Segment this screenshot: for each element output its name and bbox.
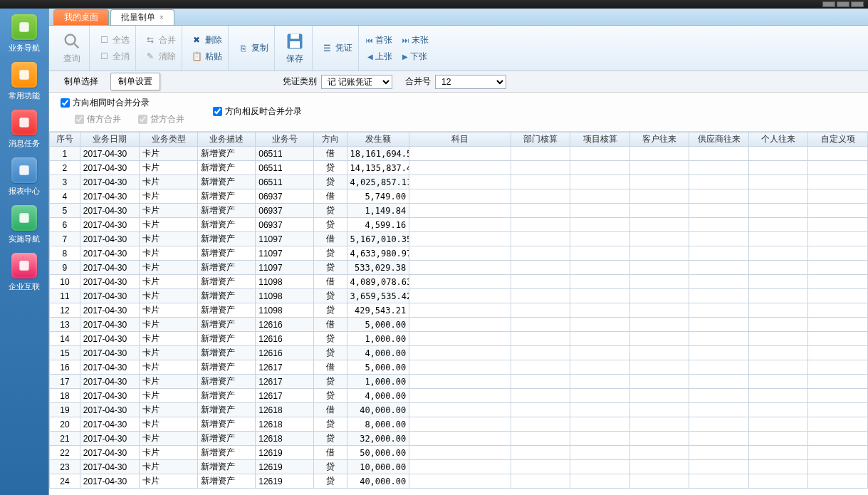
cell-input[interactable]: [808, 161, 868, 175]
cell-input[interactable]: [570, 474, 630, 489]
voucher-button[interactable]: ☰凭证: [320, 41, 354, 55]
cell-input[interactable]: [748, 232, 808, 246]
table-row[interactable]: 12017-04-30卡片新增资产06511借18,161,694.55: [50, 147, 868, 161]
cell-input[interactable]: [629, 403, 689, 417]
cell-input[interactable]: [689, 332, 749, 346]
cell-input[interactable]: [808, 147, 868, 161]
cell-input[interactable]: [409, 175, 511, 189]
close-button[interactable]: [851, 1, 864, 7]
cell-input[interactable]: [511, 161, 570, 175]
cell-input[interactable]: [808, 474, 868, 489]
table-row[interactable]: 92017-04-30卡片新增资产11097贷533,029.38: [50, 261, 868, 275]
nav-msg[interactable]: 消息任务: [9, 110, 40, 149]
cell-input[interactable]: [629, 218, 689, 232]
cell-input[interactable]: [511, 261, 570, 275]
cell-input[interactable]: [689, 403, 749, 417]
delete-button[interactable]: ✖删除: [189, 33, 224, 47]
cell-input[interactable]: [808, 389, 868, 403]
nav-report[interactable]: 报表中心: [9, 157, 40, 197]
cell-input[interactable]: [629, 161, 689, 175]
cell-input[interactable]: [689, 232, 749, 246]
table-row[interactable]: 132017-04-30卡片新增资产12616借5,000.00: [50, 318, 868, 332]
cell-input[interactable]: [689, 261, 749, 275]
select-all-button[interactable]: ☐全选: [97, 33, 131, 47]
cell-input[interactable]: [629, 147, 689, 161]
cell-input[interactable]: [511, 318, 570, 332]
col-header-8[interactable]: 部门核算: [511, 132, 570, 147]
cell-input[interactable]: [748, 261, 808, 275]
table-row[interactable]: 112017-04-30卡片新增资产11098贷3,659,535.42: [50, 289, 868, 303]
nav-common[interactable]: 常用功能: [9, 62, 40, 101]
cell-input[interactable]: [689, 360, 749, 375]
cell-input[interactable]: [748, 161, 808, 175]
table-row[interactable]: 142017-04-30卡片新增资产12616贷1,000.00: [50, 332, 868, 346]
merge-button[interactable]: ⇆合并: [143, 33, 177, 47]
cell-input[interactable]: [689, 417, 749, 432]
cell-input[interactable]: [748, 332, 808, 346]
clear-button[interactable]: ✎清除: [143, 50, 177, 63]
cell-input[interactable]: [808, 175, 868, 189]
cell-input[interactable]: [570, 403, 630, 417]
cell-input[interactable]: [511, 232, 570, 246]
cell-input[interactable]: [570, 303, 630, 318]
col-header-4[interactable]: 业务号: [256, 132, 313, 147]
cell-input[interactable]: [409, 275, 511, 289]
cell-input[interactable]: [409, 375, 511, 389]
cell-input[interactable]: [409, 474, 511, 489]
cell-input[interactable]: [570, 432, 630, 446]
cell-input[interactable]: [409, 346, 511, 360]
cell-input[interactable]: [808, 403, 868, 417]
cell-input[interactable]: [689, 303, 749, 318]
tab-close-icon[interactable]: ×: [160, 14, 164, 21]
cell-input[interactable]: [629, 232, 689, 246]
cell-input[interactable]: [689, 218, 749, 232]
cell-input[interactable]: [808, 204, 868, 218]
table-row[interactable]: 22017-04-30卡片新增资产06511贷14,135,837.44: [50, 161, 868, 175]
cell-input[interactable]: [808, 303, 868, 318]
col-header-10[interactable]: 客户往来: [629, 132, 689, 147]
cell-input[interactable]: [409, 360, 511, 375]
cell-input[interactable]: [748, 403, 808, 417]
cell-input[interactable]: [748, 204, 808, 218]
cell-input[interactable]: [409, 189, 511, 204]
cell-input[interactable]: [409, 289, 511, 303]
cell-input[interactable]: [629, 346, 689, 360]
cell-input[interactable]: [808, 360, 868, 375]
cell-input[interactable]: [570, 204, 630, 218]
cell-input[interactable]: [511, 204, 570, 218]
copy-button[interactable]: ⎘复制: [236, 41, 270, 55]
cell-input[interactable]: [808, 218, 868, 232]
cell-input[interactable]: [689, 161, 749, 175]
cell-input[interactable]: [570, 147, 630, 161]
cell-input[interactable]: [511, 175, 570, 189]
cell-input[interactable]: [570, 389, 630, 403]
cell-input[interactable]: [409, 332, 511, 346]
max-button[interactable]: [837, 1, 849, 7]
cell-input[interactable]: [629, 289, 689, 303]
table-row[interactable]: 32017-04-30卡片新增资产06511贷4,025,857.11: [50, 175, 868, 189]
query-button[interactable]: 查询: [59, 30, 85, 66]
data-table-wrap[interactable]: 序号业务日期业务类型业务描述业务号方向发生额科目部门核算项目核算客户往来供应商往…: [49, 132, 868, 495]
cell-input[interactable]: [409, 232, 511, 246]
cell-input[interactable]: [748, 303, 808, 318]
cell-input[interactable]: [511, 474, 570, 489]
unselect-all-button[interactable]: ☐全消: [97, 50, 131, 63]
cell-input[interactable]: [808, 275, 868, 289]
cell-input[interactable]: [570, 261, 630, 275]
cell-input[interactable]: [409, 218, 511, 232]
cell-input[interactable]: [629, 175, 689, 189]
tab-1[interactable]: 批量制单×: [110, 9, 174, 25]
cell-input[interactable]: [808, 289, 868, 303]
cell-input[interactable]: [511, 460, 570, 474]
cell-input[interactable]: [511, 432, 570, 446]
cell-input[interactable]: [511, 147, 570, 161]
cell-input[interactable]: [511, 332, 570, 346]
cell-input[interactable]: [808, 189, 868, 204]
subtab-settings[interactable]: 制单设置: [110, 73, 160, 90]
cell-input[interactable]: [409, 432, 511, 446]
voucher-type-select[interactable]: 记 记账凭证: [321, 75, 392, 89]
cell-input[interactable]: [748, 360, 808, 375]
cell-input[interactable]: [409, 389, 511, 403]
cell-input[interactable]: [511, 375, 570, 389]
cell-input[interactable]: [570, 360, 630, 375]
